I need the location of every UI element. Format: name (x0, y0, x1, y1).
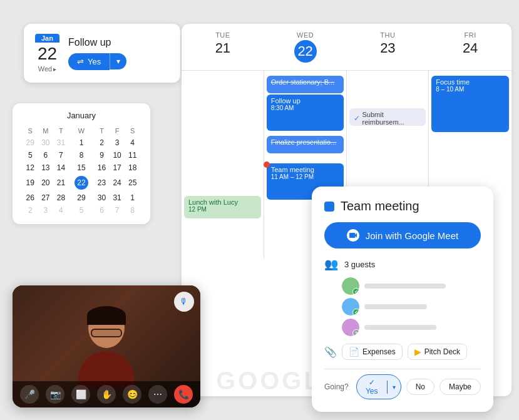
mini-calendar: January S M T W T F S 293031123456789101… (13, 103, 150, 224)
popup-color-indicator (324, 202, 334, 212)
cal-day[interactable]: 31 (53, 136, 69, 149)
mute-button[interactable]: 🎤 (20, 385, 39, 404)
cal-day[interactable]: 21 (53, 174, 69, 192)
guest-avatar-3: ? (342, 319, 359, 336)
cal-day[interactable]: 31 (110, 192, 125, 204)
event-finalize-label: Finalize presentatio... (271, 138, 339, 146)
cal-day[interactable]: 13 (38, 161, 54, 174)
cal-day[interactable]: 29 (69, 192, 94, 204)
cal-day[interactable]: 15 (69, 161, 94, 174)
guest-2-name-bar (364, 304, 427, 309)
week-day-fri: FRI 24 (429, 29, 511, 65)
rsvp-yes-icon: ✓ (369, 378, 375, 387)
cal-day[interactable]: 5 (69, 204, 94, 217)
cal-day[interactable]: 3 (110, 136, 125, 149)
rsvp-no-button[interactable]: No (406, 379, 434, 395)
cal-day[interactable]: 4 (125, 136, 140, 149)
rsvp-maybe-button[interactable]: Maybe (439, 379, 481, 395)
more-options-button[interactable]: ⋯ (148, 385, 167, 404)
rsvp-yes-group: ✓ Yes ▾ (356, 374, 401, 399)
cal-day[interactable]: 25 (125, 174, 140, 192)
cal-day[interactable]: 27 (38, 192, 54, 204)
join-meet-button[interactable]: Join with Google Meet (324, 222, 481, 248)
popup-title: Team meeting (341, 199, 419, 213)
cal-day[interactable]: 22 (69, 174, 94, 192)
cal-day[interactable]: 30 (94, 192, 110, 204)
rsvp-yes-dropdown[interactable]: ▾ (387, 381, 401, 394)
cal-day[interactable]: 24 (110, 174, 125, 192)
video-controls: 🎤 📷 ⬜ ✋ 😊 ⋯ 📞 (13, 381, 200, 407)
person-hair (87, 306, 126, 325)
cal-day[interactable]: 6 (38, 149, 54, 161)
rsvp-yes-button[interactable]: ✓ Yes (357, 375, 387, 399)
mini-cal-header: January (23, 111, 140, 120)
attachment-expenses[interactable]: 📄 Expenses (342, 344, 403, 360)
cal-day[interactable]: 7 (53, 149, 69, 161)
emoji-button[interactable]: 😊 (123, 385, 141, 404)
cal-day[interactable]: 19 (23, 174, 38, 192)
cal-day[interactable]: 11 (125, 149, 140, 161)
mic-waves-icon: 🎙 (180, 297, 188, 307)
checkmark-icon: ✓ (354, 114, 360, 123)
guest-3-name-bar (364, 325, 436, 330)
rsvp-yes-button[interactable]: ⇌ Yes (68, 53, 110, 70)
cal-day[interactable]: 8 (69, 149, 94, 161)
guests-icon: 👥 (324, 257, 338, 271)
popup-header: Team meeting (324, 199, 481, 213)
event-lunch[interactable]: Lunch with Lucy 12 PM (184, 196, 261, 218)
event-focus-time: 8 – 10 AM (436, 86, 505, 93)
cal-day[interactable]: 9 (94, 149, 110, 161)
cal-header-s: S (23, 125, 38, 136)
event-lunch-title: Lunch with Lucy (188, 198, 257, 206)
cal-day[interactable]: 1 (69, 136, 94, 149)
event-info: Follow up ⇌ Yes ▾ (68, 37, 169, 70)
cal-day[interactable]: 5 (23, 149, 38, 161)
cal-day[interactable]: 8 (125, 204, 140, 217)
cal-day[interactable]: 6 (94, 204, 110, 217)
guests-row: 👥 3 guests (324, 257, 481, 271)
cal-day[interactable]: 3 (38, 204, 54, 217)
rsvp-dropdown-button[interactable]: ▾ (110, 53, 126, 69)
event-card: Jan 22 Wed ▸ Follow up ⇌ Yes ▾ (24, 24, 180, 83)
slides-icon: ▶ (414, 347, 421, 357)
event-team-time: 11 AM – 12 PM (271, 173, 339, 180)
cal-day[interactable]: 20 (38, 174, 54, 192)
cal-day[interactable]: 29 (23, 136, 38, 149)
cal-header-s2: S (125, 125, 140, 136)
cal-day[interactable]: 14 (53, 161, 69, 174)
cal-day[interactable]: 23 (94, 174, 110, 192)
cal-day[interactable]: 18 (125, 161, 140, 174)
cal-day[interactable]: 4 (53, 204, 69, 217)
event-order-stationary[interactable]: Order stationary; B... (267, 76, 344, 93)
event-submit-inner: ✓ Submit reimbursem... (354, 111, 422, 126)
cal-day[interactable]: 26 (23, 192, 38, 204)
event-follow-up-title: Follow up (271, 97, 339, 105)
cal-day[interactable]: 12 (23, 161, 38, 174)
guest-avatars-list: ✓ ✓ ? (342, 277, 481, 336)
camera-button[interactable]: 📷 (46, 385, 64, 404)
cal-day[interactable]: 30 (38, 136, 54, 149)
cal-day[interactable]: 2 (23, 204, 38, 217)
cal-header-m: M (38, 125, 54, 136)
cal-day[interactable]: 16 (94, 161, 110, 174)
end-call-button[interactable]: 📞 (174, 385, 193, 404)
screen-share-button[interactable]: ⬜ (71, 385, 90, 404)
guest-3-badge: ? (352, 329, 359, 336)
cal-day[interactable]: 1 (125, 192, 140, 204)
event-focus[interactable]: Focus time 8 – 10 AM (431, 76, 509, 132)
raise-hand-button[interactable]: ✋ (97, 385, 116, 404)
guest-avatar-1: ✓ (342, 277, 359, 295)
event-finalize[interactable]: Finalize presentatio... (267, 136, 344, 153)
guests-count: 3 guests (344, 260, 375, 269)
cal-day[interactable]: 10 (110, 149, 125, 161)
event-team-title: Team meeting (271, 166, 339, 173)
event-lunch-time: 12 PM (188, 206, 257, 213)
attachment-pitch-deck[interactable]: ▶ Pitch Deck (408, 344, 467, 360)
cal-day[interactable]: 2 (94, 136, 110, 149)
cal-day[interactable]: 17 (110, 161, 125, 174)
event-submit[interactable]: ✓ Submit reimbursem... (349, 108, 426, 126)
cal-day[interactable]: 28 (53, 192, 69, 204)
mic-active-indicator: 🎙 (174, 292, 194, 312)
event-follow-up[interactable]: Follow up 8:30 AM (267, 95, 344, 131)
cal-day[interactable]: 7 (110, 204, 125, 217)
